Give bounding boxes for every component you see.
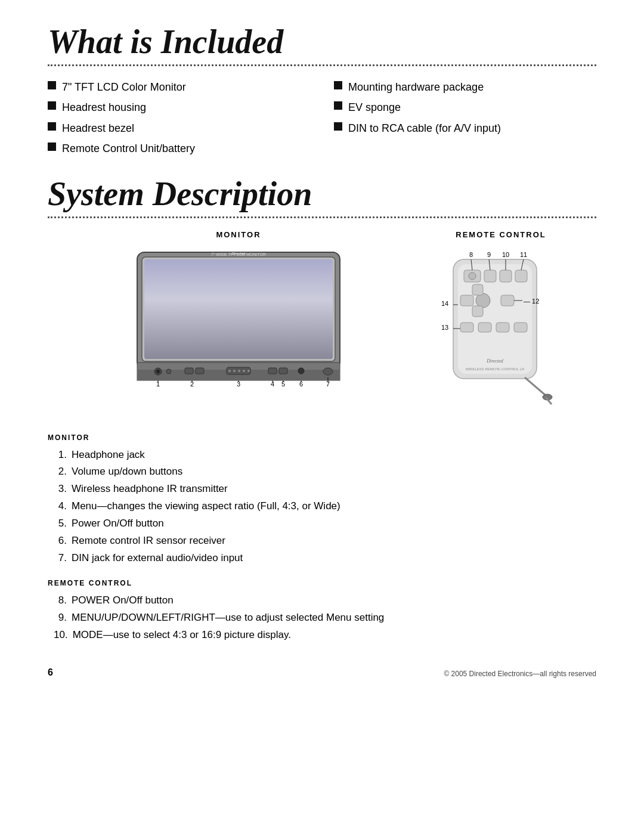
remote-section-header: Remote Control (48, 579, 596, 587)
included-item-label: Remote Control Unit/battery (62, 140, 195, 158)
remote-label: Remote Control (417, 230, 584, 239)
svg-text:WIRELESS REMOTE CONTROL LR: WIRELESS REMOTE CONTROL LR (466, 367, 525, 371)
list-item: 8.POWER On/Off button (54, 592, 596, 609)
svg-rect-65 (514, 323, 527, 332)
svg-rect-64 (496, 323, 509, 332)
svg-point-14 (233, 370, 236, 372)
svg-text:14: 14 (441, 300, 448, 307)
section-divider-2 (48, 216, 596, 218)
monitor-illustration: 7" WIDE TFT LCD MONITOR Directed (125, 246, 352, 389)
list-item: 2.Volume up/down buttons (54, 463, 596, 481)
list-item: 6.Remote control IR sensor receiver (54, 532, 596, 550)
remote-diagram: Remote Control 8 9 10 11 (417, 230, 584, 416)
list-item: 4.Menu—changes the viewing aspect ratio … (54, 498, 596, 515)
bullet-icon (334, 101, 342, 110)
included-item-label: DIN to RCA cable (for A/V input) (348, 119, 501, 138)
included-item-label: Headrest bezel (62, 119, 134, 138)
monitor-diagram: Monitor 7" WIDE TFT LCD MONITOR (60, 230, 417, 392)
svg-rect-55 (501, 295, 514, 306)
svg-text:10: 10 (502, 251, 509, 258)
bullet-icon (48, 81, 56, 89)
list-item: 5.Power On/Off button (54, 515, 596, 532)
svg-rect-59 (472, 306, 483, 317)
svg-point-54 (476, 293, 490, 308)
bullet-icon (334, 81, 342, 89)
bullet-icon (48, 122, 56, 131)
svg-rect-2 (144, 259, 333, 359)
monitor-numbered-section: Monitor 1.Headphone jack 2.Volume up/dow… (48, 433, 596, 567)
svg-rect-45 (500, 270, 512, 282)
svg-point-17 (247, 370, 250, 372)
svg-rect-44 (484, 270, 496, 282)
list-item: 1.Headphone jack (54, 447, 596, 464)
list-item: 3.Wireless headphone IR transmitter (54, 481, 596, 498)
list-item: 7.DIN jack for external audio/video inpu… (54, 550, 596, 567)
list-item: 7" TFT LCD Color Monitor (48, 78, 310, 97)
included-item-label: EV sponge (348, 98, 401, 117)
svg-point-21 (323, 368, 333, 375)
system-description-section: System Description Monitor (48, 176, 596, 644)
included-items-grid: 7" TFT LCD Color Monitor Mounting hardwa… (48, 78, 596, 158)
monitor-section-header: Monitor (48, 433, 596, 442)
list-item: Mounting hardware package (334, 78, 596, 97)
svg-point-43 (469, 272, 476, 280)
svg-point-20 (298, 368, 304, 374)
svg-text:11: 11 (520, 251, 527, 258)
svg-rect-19 (279, 368, 287, 374)
svg-rect-62 (460, 323, 473, 332)
svg-rect-18 (268, 368, 277, 374)
svg-text:Directed: Directed (486, 358, 504, 364)
svg-text:13: 13 (441, 324, 448, 331)
svg-text:Directed: Directed (232, 252, 246, 255)
svg-point-8 (156, 370, 160, 373)
svg-rect-63 (478, 323, 491, 332)
svg-point-9 (166, 369, 171, 374)
what-is-included-title: What is Included (48, 24, 596, 61)
svg-point-13 (228, 370, 231, 372)
included-item-label: Headrest housing (62, 98, 146, 117)
bullet-icon (334, 122, 342, 131)
svg-rect-46 (515, 270, 527, 282)
system-description-title: System Description (48, 176, 596, 213)
list-item: Remote Control Unit/battery (48, 140, 310, 158)
monitor-label: Monitor (60, 230, 417, 239)
remote-numbered-section: Remote Control 8.POWER On/Off button 9.M… (48, 579, 596, 644)
diagram-area: Monitor 7" WIDE TFT LCD MONITOR (48, 230, 596, 416)
svg-point-16 (243, 370, 245, 372)
bullet-icon (48, 101, 56, 110)
list-item: Headrest housing (48, 98, 310, 117)
page-footer: 6 © 2005 Directed Electronics—all rights… (48, 661, 596, 678)
list-item: 10.MODE—use to select 4:3 or 16:9 pictur… (54, 627, 596, 644)
monitor-items-list: 1.Headphone jack 2.Volume up/down button… (54, 447, 596, 567)
remote-items-list: 8.POWER On/Off button 9.MENU/UP/DOWN/LEF… (54, 592, 596, 644)
svg-rect-11 (196, 368, 204, 374)
list-item: Headrest bezel (48, 119, 310, 138)
section-divider-1 (48, 64, 596, 66)
svg-text:9: 9 (487, 251, 491, 258)
svg-rect-58 (472, 284, 483, 295)
svg-text:8: 8 (469, 251, 473, 258)
svg-point-15 (238, 370, 240, 372)
svg-text:— 12: — 12 (524, 298, 539, 305)
svg-rect-10 (185, 368, 193, 374)
included-item-label: 7" TFT LCD Color Monitor (62, 78, 186, 97)
bullet-icon (48, 143, 56, 151)
list-item: DIN to RCA cable (for A/V input) (334, 119, 596, 138)
page-number: 6 (48, 667, 53, 678)
list-item: 9.MENU/UP/DOWN/LEFT/RIGHT—use to adjust … (54, 609, 596, 627)
included-item-label: Mounting hardware package (348, 78, 484, 97)
list-item: EV sponge (334, 98, 596, 117)
copyright-text: © 2005 Directed Electronics—all rights r… (444, 670, 596, 678)
svg-line-68 (525, 377, 546, 395)
remote-illustration: 8 9 10 11 (435, 246, 566, 413)
svg-rect-53 (460, 295, 473, 306)
